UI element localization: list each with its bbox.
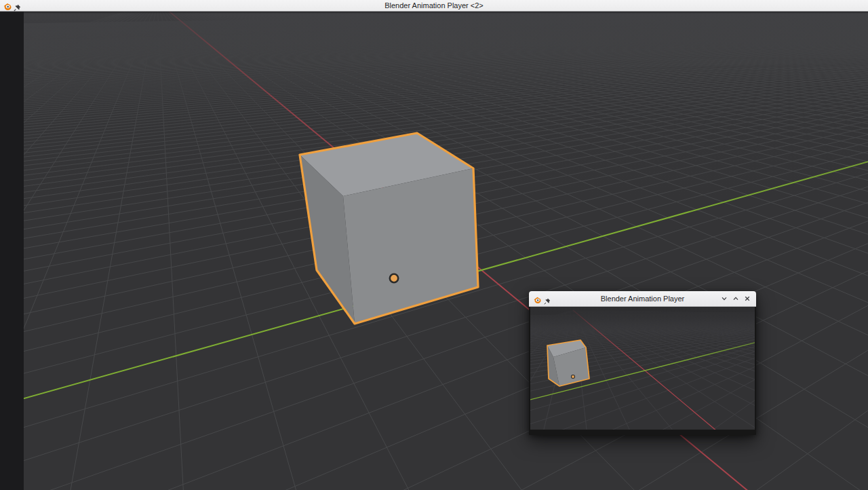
object-origin-dot[interactable] — [572, 375, 575, 379]
default-cube[interactable] — [547, 340, 589, 386]
main-window-titlebar[interactable]: Blender Animation Player <2> — [0, 0, 868, 12]
letterbox-strip — [0, 12, 24, 490]
close-icon — [744, 294, 751, 304]
chevron-up-icon — [732, 294, 739, 304]
close-button[interactable] — [743, 294, 752, 303]
mini-viewport[interactable] — [530, 307, 755, 430]
mini-window-bottom-border — [529, 430, 756, 435]
mini-window-controls — [719, 291, 752, 306]
object-origin-dot[interactable] — [390, 274, 398, 282]
mini-window[interactable]: Blender Animation Player — [529, 291, 756, 435]
blender-animation-player-app: Blender Animation Player <2> Blender Ani… — [0, 0, 868, 490]
mini-window-titlebar[interactable]: Blender Animation Player — [529, 291, 756, 307]
maximize-button[interactable] — [731, 294, 741, 303]
minimize-button[interactable] — [719, 294, 729, 303]
chevron-down-icon — [721, 294, 728, 304]
main-window-title: Blender Animation Player <2> — [0, 0, 868, 12]
mini-viewport-canvas[interactable] — [530, 307, 755, 430]
